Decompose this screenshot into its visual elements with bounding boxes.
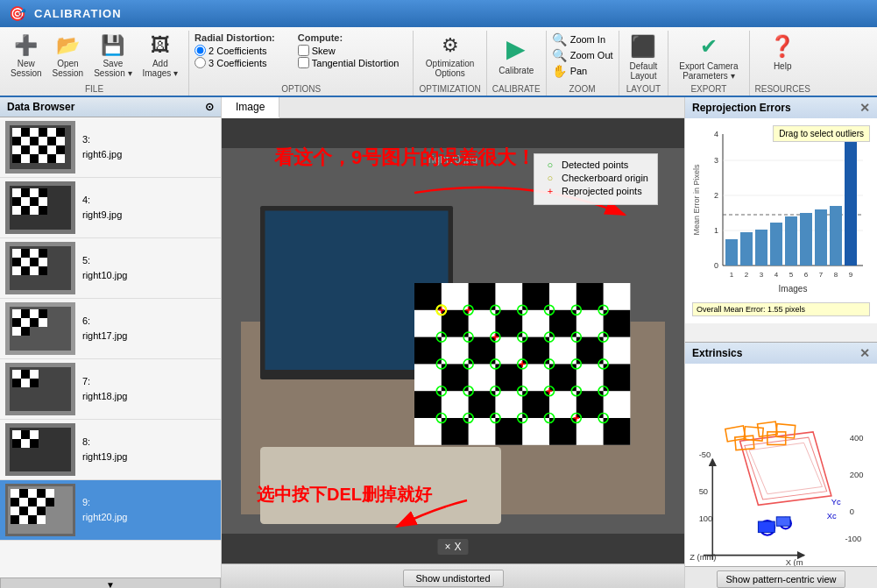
svg-rect-39 xyxy=(39,206,47,215)
data-browser-expand-icon[interactable]: ⊙ xyxy=(205,101,214,113)
sidebar-item-4[interactable]: 4:right9.jpg xyxy=(0,178,221,238)
zoom-out-button[interactable]: Zoom Out xyxy=(570,50,613,60)
main-area: Data Browser ⊙ xyxy=(0,97,877,588)
sidebar-item-9[interactable]: 9:right20.jpg xyxy=(0,480,221,541)
skew-checkbox[interactable] xyxy=(298,45,309,56)
new-session-button[interactable]: ➕ NewSession xyxy=(5,32,47,80)
optimization-options-label: OptimizationOptions xyxy=(426,59,475,78)
sidebar-item-7[interactable]: 7:right18.jpg xyxy=(0,359,221,420)
save-session-button[interactable]: 💾 SaveSession ▾ xyxy=(88,32,137,80)
svg-rect-72 xyxy=(21,379,30,387)
svg-rect-86 xyxy=(28,489,37,498)
yc-axis-label: Yc xyxy=(831,498,841,507)
default-layout-button[interactable]: ⬛ DefaultLayout xyxy=(625,32,663,82)
reprojection-header: Reprojection Errors ✕ xyxy=(685,97,877,118)
extrinsics-header: Extrinsics ✕ xyxy=(685,343,877,364)
open-session-button[interactable]: 📂 OpenSession xyxy=(47,32,89,80)
origin-icon: ○ xyxy=(543,173,557,183)
save-session-icon: 💾 xyxy=(101,34,124,57)
svg-rect-226 xyxy=(776,517,790,526)
svg-rect-85 xyxy=(19,489,28,498)
svg-rect-65 xyxy=(21,327,30,336)
data-browser-header: Data Browser ⊙ xyxy=(0,97,221,117)
pan-button[interactable]: Pan xyxy=(570,66,588,76)
close-label: X xyxy=(455,541,462,553)
pan-row: ✋ Pan xyxy=(552,64,588,78)
svg-rect-87 xyxy=(37,489,46,498)
ribbon-group-resources: ❓ Help RESOURCES xyxy=(750,31,816,96)
sidebar-item-6[interactable]: 6:right17.jpg xyxy=(0,299,221,359)
calibrate-button[interactable]: ▶ Calibrate xyxy=(493,32,539,77)
svg-text:2: 2 xyxy=(745,271,749,279)
svg-rect-62 xyxy=(30,318,39,327)
svg-rect-58 xyxy=(30,309,39,318)
export-camera-params-button[interactable]: ✔ Export CameraParameters ▾ xyxy=(674,32,743,82)
optimization-icon: ⚙ xyxy=(442,34,459,57)
extrinsics-title: Extrinsics xyxy=(692,347,742,359)
image-view: right20.jpg 看这个，9号图片的误差很大！ 选中按下DEL删掉就好 xyxy=(222,118,684,563)
svg-text:0: 0 xyxy=(850,507,854,516)
svg-rect-11 xyxy=(39,137,47,145)
svg-text:Mean Error in Pixels: Mean Error in Pixels xyxy=(692,164,701,236)
svg-text:8: 8 xyxy=(834,271,838,279)
tab-image[interactable]: Image xyxy=(222,97,279,118)
legend-origin: ○ Checkerboard origin xyxy=(543,173,648,183)
help-button[interactable]: ❓ Help xyxy=(764,32,801,73)
open-session-label: OpenSession xyxy=(53,59,84,78)
svg-rect-128 xyxy=(442,418,469,445)
svg-text:1: 1 xyxy=(730,271,734,279)
svg-rect-12 xyxy=(47,137,56,145)
thumb-9 xyxy=(5,484,75,536)
magnifier-out-icon: 🔍 xyxy=(552,48,567,62)
svg-rect-64 xyxy=(12,327,21,336)
layout-group-label: LAYOUT xyxy=(625,82,663,96)
extrinsics-close-button[interactable]: ✕ xyxy=(859,346,870,360)
svg-text:9: 9 xyxy=(849,271,853,279)
zoom-in-button[interactable]: Zoom In xyxy=(570,34,605,45)
radio-2-coefficients[interactable] xyxy=(194,45,206,56)
reprojection-panel: Reprojection Errors ✕ Drag to select out… xyxy=(685,97,877,343)
svg-rect-100 xyxy=(28,515,37,524)
svg-rect-36 xyxy=(12,206,21,215)
sidebar-item-5[interactable]: 5:right10.jpg xyxy=(0,238,221,299)
close-overlay[interactable]: × X xyxy=(437,539,468,555)
svg-rect-205 xyxy=(815,209,827,266)
sidebar-scroll-down[interactable]: ▼ xyxy=(0,577,221,588)
ribbon-group-zoom: 🔍 Zoom In 🔍 Zoom Out ✋ Pan ZOOM xyxy=(547,31,619,96)
calibrate-label: Calibrate xyxy=(499,66,534,75)
svg-rect-113 xyxy=(495,310,522,337)
legend-origin-label: Checkerboard origin xyxy=(562,173,648,183)
svg-rect-127 xyxy=(576,391,604,418)
app-icon: 🎯 xyxy=(9,5,27,22)
zoom-group-label: ZOOM xyxy=(552,82,613,96)
svg-rect-90 xyxy=(19,498,28,507)
show-pattern-centric-button[interactable]: Show pattern-centric view xyxy=(717,570,846,588)
sidebar-item-8[interactable]: 8:right19.jpg xyxy=(0,420,221,480)
checkerboard-thumb-9 xyxy=(5,484,75,536)
svg-rect-68 xyxy=(12,370,21,379)
svg-rect-33 xyxy=(21,197,30,206)
sidebar-item-3[interactable]: 3:right6.jpg xyxy=(0,117,221,178)
radio-3-coefficients[interactable] xyxy=(194,57,206,68)
svg-rect-110 xyxy=(522,283,549,310)
svg-rect-73 xyxy=(30,379,39,387)
show-undistorted-button[interactable]: Show undistorted xyxy=(403,570,504,587)
svg-rect-57 xyxy=(21,309,30,318)
svg-rect-46 xyxy=(12,258,21,266)
tangential-distortion-checkbox[interactable] xyxy=(298,57,309,68)
reprojection-close-button[interactable]: ✕ xyxy=(859,101,870,115)
ribbon-group-export: ✔ Export CameraParameters ▾ EXPORT xyxy=(668,31,749,96)
optimization-options-button[interactable]: ⚙ OptimizationOptions xyxy=(421,32,480,80)
thumb-5 xyxy=(5,242,75,294)
item-5-label: 5:right10.jpg xyxy=(82,253,127,282)
checkerboard-thumb-5 xyxy=(5,242,75,294)
svg-rect-95 xyxy=(19,507,28,515)
add-images-button[interactable]: 🖼 AddImages ▾ xyxy=(138,32,184,80)
optimization-buttons: ⚙ OptimizationOptions xyxy=(421,32,480,82)
xc-axis-label: Xc xyxy=(827,512,837,521)
magnifier-in-icon: 🔍 xyxy=(552,32,567,46)
right-panels: Reprojection Errors ✕ Drag to select out… xyxy=(684,97,877,588)
svg-text:2: 2 xyxy=(714,191,718,200)
help-icon: ❓ xyxy=(769,34,796,60)
pan-icon: ✋ xyxy=(552,64,567,78)
